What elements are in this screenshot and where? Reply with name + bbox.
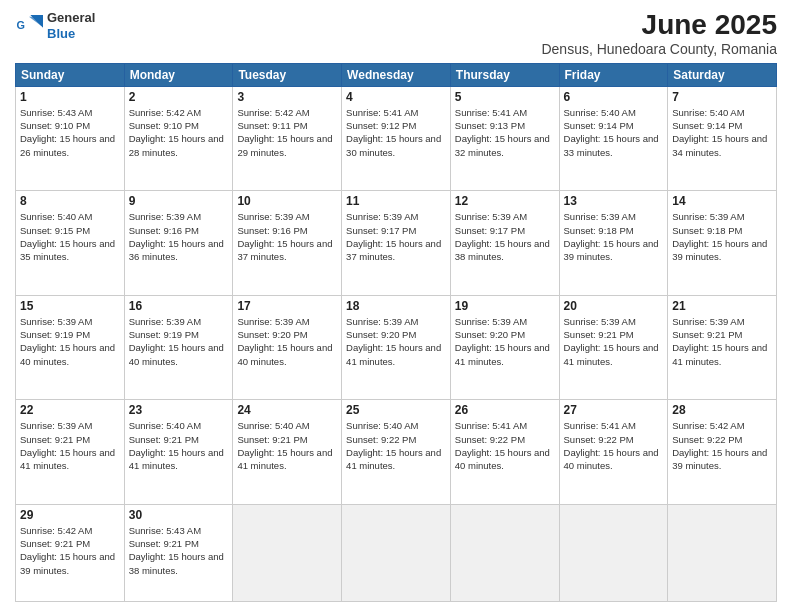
daylight-label: Daylight: 15 hours and 41 minutes. (455, 342, 550, 366)
sunrise-label: Sunrise: 5:39 AM (346, 211, 418, 222)
day-info: Sunrise: 5:40 AM Sunset: 9:14 PM Dayligh… (672, 106, 772, 159)
day-number: 19 (455, 299, 555, 313)
day-number: 23 (129, 403, 229, 417)
sunrise-label: Sunrise: 5:42 AM (129, 107, 201, 118)
calendar-cell: 28 Sunrise: 5:42 AM Sunset: 9:22 PM Dayl… (668, 400, 777, 505)
daylight-label: Daylight: 15 hours and 40 minutes. (455, 447, 550, 471)
day-info: Sunrise: 5:42 AM Sunset: 9:10 PM Dayligh… (129, 106, 229, 159)
calendar-cell: 12 Sunrise: 5:39 AM Sunset: 9:17 PM Dayl… (450, 191, 559, 296)
calendar-week-3: 15 Sunrise: 5:39 AM Sunset: 9:19 PM Dayl… (16, 295, 777, 400)
sunrise-label: Sunrise: 5:42 AM (672, 420, 744, 431)
daylight-label: Daylight: 15 hours and 28 minutes. (129, 133, 224, 157)
calendar-week-4: 22 Sunrise: 5:39 AM Sunset: 9:21 PM Dayl… (16, 400, 777, 505)
day-info: Sunrise: 5:39 AM Sunset: 9:21 PM Dayligh… (672, 315, 772, 368)
sunrise-label: Sunrise: 5:42 AM (20, 525, 92, 536)
day-info: Sunrise: 5:43 AM Sunset: 9:21 PM Dayligh… (129, 524, 229, 577)
day-info: Sunrise: 5:42 AM Sunset: 9:11 PM Dayligh… (237, 106, 337, 159)
day-number: 8 (20, 194, 120, 208)
daylight-label: Daylight: 15 hours and 39 minutes. (564, 238, 659, 262)
calendar-cell: 11 Sunrise: 5:39 AM Sunset: 9:17 PM Dayl… (342, 191, 451, 296)
logo-line2: Blue (47, 26, 75, 41)
sunrise-label: Sunrise: 5:43 AM (129, 525, 201, 536)
sunset-label: Sunset: 9:21 PM (129, 434, 199, 445)
day-info: Sunrise: 5:39 AM Sunset: 9:18 PM Dayligh… (672, 210, 772, 263)
sunrise-label: Sunrise: 5:39 AM (455, 211, 527, 222)
sunrise-label: Sunrise: 5:40 AM (672, 107, 744, 118)
sunset-label: Sunset: 9:22 PM (564, 434, 634, 445)
sunset-label: Sunset: 9:10 PM (129, 120, 199, 131)
calendar-header-monday: Monday (124, 63, 233, 86)
page-title: June 2025 (541, 10, 777, 41)
day-number: 6 (564, 90, 664, 104)
calendar-cell (559, 504, 668, 601)
sunset-label: Sunset: 9:15 PM (20, 225, 90, 236)
day-info: Sunrise: 5:40 AM Sunset: 9:15 PM Dayligh… (20, 210, 120, 263)
calendar-cell: 27 Sunrise: 5:41 AM Sunset: 9:22 PM Dayl… (559, 400, 668, 505)
sunrise-label: Sunrise: 5:39 AM (20, 420, 92, 431)
day-number: 22 (20, 403, 120, 417)
sunset-label: Sunset: 9:21 PM (564, 329, 634, 340)
header: G General Blue June 2025 Densus, Hunedoa… (15, 10, 777, 57)
day-info: Sunrise: 5:39 AM Sunset: 9:21 PM Dayligh… (20, 419, 120, 472)
calendar-header-saturday: Saturday (668, 63, 777, 86)
day-info: Sunrise: 5:39 AM Sunset: 9:18 PM Dayligh… (564, 210, 664, 263)
day-info: Sunrise: 5:41 AM Sunset: 9:12 PM Dayligh… (346, 106, 446, 159)
sunset-label: Sunset: 9:12 PM (346, 120, 416, 131)
day-info: Sunrise: 5:41 AM Sunset: 9:13 PM Dayligh… (455, 106, 555, 159)
sunrise-label: Sunrise: 5:39 AM (237, 211, 309, 222)
day-number: 18 (346, 299, 446, 313)
calendar-week-5: 29 Sunrise: 5:42 AM Sunset: 9:21 PM Dayl… (16, 504, 777, 601)
daylight-label: Daylight: 15 hours and 41 minutes. (20, 447, 115, 471)
calendar-cell: 3 Sunrise: 5:42 AM Sunset: 9:11 PM Dayli… (233, 86, 342, 191)
daylight-label: Daylight: 15 hours and 41 minutes. (672, 342, 767, 366)
calendar-cell: 13 Sunrise: 5:39 AM Sunset: 9:18 PM Dayl… (559, 191, 668, 296)
daylight-label: Daylight: 15 hours and 30 minutes. (346, 133, 441, 157)
daylight-label: Daylight: 15 hours and 40 minutes. (20, 342, 115, 366)
day-number: 17 (237, 299, 337, 313)
sunset-label: Sunset: 9:22 PM (346, 434, 416, 445)
calendar-cell: 14 Sunrise: 5:39 AM Sunset: 9:18 PM Dayl… (668, 191, 777, 296)
sunset-label: Sunset: 9:21 PM (672, 329, 742, 340)
sunset-label: Sunset: 9:19 PM (129, 329, 199, 340)
calendar-cell: 17 Sunrise: 5:39 AM Sunset: 9:20 PM Dayl… (233, 295, 342, 400)
sunrise-label: Sunrise: 5:39 AM (129, 316, 201, 327)
calendar-header-thursday: Thursday (450, 63, 559, 86)
day-info: Sunrise: 5:39 AM Sunset: 9:20 PM Dayligh… (455, 315, 555, 368)
sunrise-label: Sunrise: 5:40 AM (346, 420, 418, 431)
day-number: 3 (237, 90, 337, 104)
daylight-label: Daylight: 15 hours and 41 minutes. (237, 447, 332, 471)
daylight-label: Daylight: 15 hours and 38 minutes. (455, 238, 550, 262)
day-info: Sunrise: 5:39 AM Sunset: 9:19 PM Dayligh… (20, 315, 120, 368)
calendar-cell: 26 Sunrise: 5:41 AM Sunset: 9:22 PM Dayl… (450, 400, 559, 505)
day-number: 11 (346, 194, 446, 208)
daylight-label: Daylight: 15 hours and 37 minutes. (237, 238, 332, 262)
sunrise-label: Sunrise: 5:39 AM (564, 316, 636, 327)
sunrise-label: Sunrise: 5:39 AM (346, 316, 418, 327)
daylight-label: Daylight: 15 hours and 40 minutes. (564, 447, 659, 471)
sunrise-label: Sunrise: 5:41 AM (346, 107, 418, 118)
day-info: Sunrise: 5:39 AM Sunset: 9:17 PM Dayligh… (455, 210, 555, 263)
sunset-label: Sunset: 9:10 PM (20, 120, 90, 131)
daylight-label: Daylight: 15 hours and 26 minutes. (20, 133, 115, 157)
daylight-label: Daylight: 15 hours and 35 minutes. (20, 238, 115, 262)
day-info: Sunrise: 5:39 AM Sunset: 9:16 PM Dayligh… (129, 210, 229, 263)
daylight-label: Daylight: 15 hours and 39 minutes. (672, 238, 767, 262)
sunset-label: Sunset: 9:21 PM (20, 434, 90, 445)
daylight-label: Daylight: 15 hours and 41 minutes. (346, 447, 441, 471)
daylight-label: Daylight: 15 hours and 29 minutes. (237, 133, 332, 157)
sunrise-label: Sunrise: 5:41 AM (564, 420, 636, 431)
calendar-cell: 19 Sunrise: 5:39 AM Sunset: 9:20 PM Dayl… (450, 295, 559, 400)
sunrise-label: Sunrise: 5:40 AM (564, 107, 636, 118)
calendar-cell: 5 Sunrise: 5:41 AM Sunset: 9:13 PM Dayli… (450, 86, 559, 191)
calendar-header-sunday: Sunday (16, 63, 125, 86)
calendar-header-friday: Friday (559, 63, 668, 86)
title-block: June 2025 Densus, Hunedoara County, Roma… (541, 10, 777, 57)
sunset-label: Sunset: 9:16 PM (237, 225, 307, 236)
daylight-label: Daylight: 15 hours and 40 minutes. (129, 342, 224, 366)
day-number: 29 (20, 508, 120, 522)
sunset-label: Sunset: 9:13 PM (455, 120, 525, 131)
sunset-label: Sunset: 9:11 PM (237, 120, 307, 131)
calendar-cell: 1 Sunrise: 5:43 AM Sunset: 9:10 PM Dayli… (16, 86, 125, 191)
daylight-label: Daylight: 15 hours and 41 minutes. (564, 342, 659, 366)
sunrise-label: Sunrise: 5:39 AM (455, 316, 527, 327)
